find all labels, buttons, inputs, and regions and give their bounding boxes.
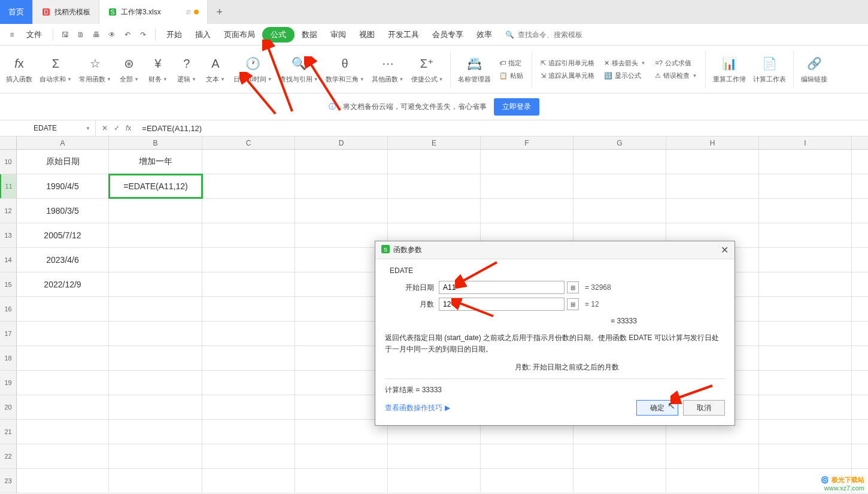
define-name-button[interactable]: 🏷指定 xyxy=(497,57,526,69)
login-button[interactable]: 立即登录 xyxy=(494,98,539,116)
formula-input[interactable]: =EDATE(A11,12) xyxy=(137,124,868,133)
cell-F10[interactable] xyxy=(481,150,573,174)
col-header-H[interactable]: H xyxy=(666,137,759,149)
all-fn-button[interactable]: ⊛全部▼ xyxy=(115,49,144,90)
hamburger-icon[interactable]: ≡ xyxy=(5,28,19,42)
cell-E11[interactable] xyxy=(388,174,481,198)
row-header-18[interactable]: 18 xyxy=(0,346,17,370)
cell-A20[interactable] xyxy=(17,395,109,419)
cell-B12[interactable] xyxy=(109,199,202,223)
dialog-titlebar[interactable]: S 函数参数 ✕ xyxy=(375,241,735,259)
row-header-12[interactable]: 12 xyxy=(0,199,17,223)
row-header-23[interactable]: 23 xyxy=(0,469,17,493)
row-header-20[interactable]: 20 xyxy=(0,395,17,419)
cell-A16[interactable] xyxy=(17,297,109,321)
accept-formula-icon[interactable]: ✓ xyxy=(114,124,120,132)
logic-fn-button[interactable]: ?逻辑▼ xyxy=(172,49,201,90)
cell-C19[interactable] xyxy=(202,371,295,395)
tab-workbook[interactable]: S 工作簿3.xlsx ⎚ xyxy=(99,0,208,24)
save-icon[interactable]: 🖫 xyxy=(58,28,72,42)
tab-template[interactable]: D 找稻壳模板 xyxy=(33,0,99,24)
cell-D20[interactable] xyxy=(295,395,388,419)
row-header-19[interactable]: 19 xyxy=(0,371,17,395)
cell-D11[interactable] xyxy=(295,174,388,198)
datetime-fn-button[interactable]: 🕐日期和时间▼ xyxy=(230,49,276,90)
cell-E10[interactable] xyxy=(388,150,481,174)
fx-icon[interactable]: fx xyxy=(126,124,131,132)
cell-A23[interactable] xyxy=(17,469,109,493)
calc-sheet-button[interactable]: 📄计算工作表 xyxy=(749,49,790,90)
param1-input[interactable] xyxy=(439,281,564,294)
cell-C14[interactable] xyxy=(202,248,295,272)
cell-G12[interactable] xyxy=(573,199,666,223)
cell-G22[interactable] xyxy=(573,444,666,468)
cell-I20[interactable] xyxy=(759,395,852,419)
cell-I18[interactable] xyxy=(759,346,852,370)
cell-I21[interactable] xyxy=(759,420,852,444)
trace-dependents-button[interactable]: ⇲追踪从属单元格 xyxy=(538,70,597,81)
text-fn-button[interactable]: A文本▼ xyxy=(201,49,230,90)
cell-C23[interactable] xyxy=(202,469,295,493)
cell-I12[interactable] xyxy=(759,199,852,223)
cell-G11[interactable] xyxy=(573,174,666,198)
common-fn-button[interactable]: ☆常用函数▼ xyxy=(75,49,115,90)
cell-C18[interactable] xyxy=(202,346,295,370)
row-header-13[interactable]: 13 xyxy=(0,223,17,247)
cell-G23[interactable] xyxy=(573,469,666,493)
cell-E12[interactable] xyxy=(388,199,481,223)
cell-B16[interactable] xyxy=(109,297,202,321)
cell-I15[interactable] xyxy=(759,272,852,296)
menu-view[interactable]: 视图 xyxy=(353,27,381,43)
autosum-button[interactable]: Σ自动求和▼ xyxy=(36,49,75,90)
cell-B18[interactable] xyxy=(109,346,202,370)
row-header-17[interactable]: 17 xyxy=(0,322,17,346)
cell-I22[interactable] xyxy=(759,444,852,468)
cell-B20[interactable] xyxy=(109,395,202,419)
paste-name-button[interactable]: 📋粘贴 xyxy=(497,70,526,81)
cell-E23[interactable] xyxy=(388,469,481,493)
cell-C21[interactable] xyxy=(202,420,295,444)
col-header-I[interactable]: I xyxy=(759,137,852,149)
cell-C13[interactable] xyxy=(202,223,295,247)
search-box[interactable]: 🔍 xyxy=(505,31,602,39)
cell-A14[interactable]: 2023/4/6 xyxy=(17,248,109,272)
cell-A22[interactable] xyxy=(17,444,109,468)
cell-D22[interactable] xyxy=(295,444,388,468)
cell-F11[interactable] xyxy=(481,174,573,198)
select-all-corner[interactable] xyxy=(0,137,17,149)
math-fn-button[interactable]: θ数学和三角▼ xyxy=(322,49,368,90)
cell-B11[interactable]: =EDATE(A11,12) xyxy=(109,174,202,198)
lookup-fn-button[interactable]: 🔍查找与引用▼ xyxy=(276,49,322,90)
cell-H11[interactable] xyxy=(666,174,759,198)
name-manager-button[interactable]: 📇名称管理器 xyxy=(454,49,494,90)
menu-layout[interactable]: 页面布局 xyxy=(218,27,261,43)
cell-B15[interactable] xyxy=(109,272,202,296)
tab-presentation-icon[interactable]: ⎚ xyxy=(186,8,190,16)
cell-H22[interactable] xyxy=(666,444,759,468)
cell-C11[interactable] xyxy=(202,174,295,198)
cell-A19[interactable] xyxy=(17,371,109,395)
cell-A21[interactable] xyxy=(17,420,109,444)
cell-A18[interactable] xyxy=(17,346,109,370)
cell-B13[interactable] xyxy=(109,223,202,247)
cell-C16[interactable] xyxy=(202,297,295,321)
cell-C15[interactable] xyxy=(202,272,295,296)
cell-I19[interactable] xyxy=(759,371,852,395)
cell-D15[interactable] xyxy=(295,272,388,296)
row-header-21[interactable]: 21 xyxy=(0,420,17,444)
cell-A12[interactable]: 1980/3/5 xyxy=(17,199,109,223)
menu-efficiency[interactable]: 效率 xyxy=(471,27,498,43)
cell-F12[interactable] xyxy=(481,199,573,223)
cell-C17[interactable] xyxy=(202,322,295,346)
cell-D10[interactable] xyxy=(295,150,388,174)
cell-E22[interactable] xyxy=(388,444,481,468)
cell-B17[interactable] xyxy=(109,322,202,346)
cell-B10[interactable]: 增加一年 xyxy=(109,150,202,174)
cancel-button[interactable]: 取消 xyxy=(683,400,725,416)
cell-A13[interactable]: 2005/7/12 xyxy=(17,223,109,247)
col-header-G[interactable]: G xyxy=(573,137,666,149)
cell-D14[interactable] xyxy=(295,248,388,272)
tab-add-button[interactable]: + xyxy=(208,0,232,24)
cell-C10[interactable] xyxy=(202,150,295,174)
cell-F22[interactable] xyxy=(481,444,573,468)
